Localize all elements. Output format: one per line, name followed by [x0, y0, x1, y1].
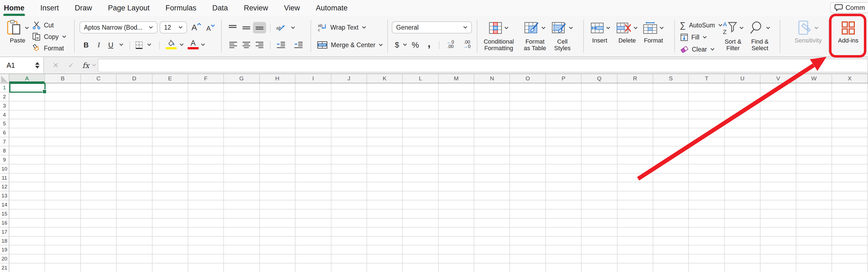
grid-cell-P9[interactable] [546, 156, 582, 165]
grid-cell-X3[interactable] [832, 101, 868, 110]
grid-cell-A8[interactable] [9, 146, 45, 156]
column-header-S[interactable]: S [653, 74, 689, 83]
grid-cell-C2[interactable] [81, 92, 117, 101]
grid-cell-X5[interactable] [832, 119, 868, 128]
grid-cell-P20[interactable] [546, 254, 582, 264]
grid-cell-H20[interactable] [260, 254, 296, 264]
add-ins-button[interactable]: Add-ins [835, 19, 862, 44]
grid-cell-E18[interactable] [153, 237, 188, 246]
grid-cell-T4[interactable] [689, 110, 724, 120]
grid-cell-D4[interactable] [117, 110, 152, 120]
grid-cell-Q13[interactable] [582, 192, 617, 200]
grid-cell-E6[interactable] [153, 128, 188, 137]
formula-input[interactable] [98, 59, 868, 72]
grid-cell-M9[interactable] [439, 156, 474, 165]
paste-button[interactable]: Paste [3, 19, 32, 44]
orientation-chevron[interactable] [291, 26, 295, 29]
grid-cell-W12[interactable] [797, 182, 832, 192]
grid-cell-T14[interactable] [689, 200, 724, 209]
font-name-select[interactable]: Aptos Narrow (Bod... [80, 22, 157, 33]
grid-cell-W21[interactable] [797, 264, 832, 272]
grid-cell-W7[interactable] [797, 137, 832, 146]
grid-cell-K18[interactable] [367, 237, 403, 246]
grid-cell-O2[interactable] [510, 92, 546, 101]
grid-cell-U18[interactable] [725, 237, 761, 246]
grid-cell-U4[interactable] [725, 110, 761, 120]
currency-chevron[interactable] [403, 43, 407, 46]
grid-cell-N5[interactable] [474, 119, 510, 128]
grid-cell-G16[interactable] [224, 218, 259, 228]
grid-cell-B19[interactable] [45, 245, 81, 254]
grid-cell-X19[interactable] [832, 245, 868, 254]
grid-cell-I10[interactable] [296, 165, 331, 174]
grid-cell-O16[interactable] [510, 218, 546, 228]
row-header-13[interactable]: 13 [0, 192, 9, 200]
grid-cell-W16[interactable] [797, 218, 832, 228]
grid-cell-L17[interactable] [403, 228, 438, 237]
grid-cell-N15[interactable] [474, 209, 510, 218]
column-header-I[interactable]: I [296, 74, 331, 83]
format-cells-button[interactable]: Format [640, 19, 666, 44]
grid-cell-D12[interactable] [117, 182, 152, 192]
grid-cell-L21[interactable] [403, 264, 438, 272]
tab-formulas[interactable]: Formulas [165, 4, 197, 12]
grid-cell-Q7[interactable] [582, 137, 617, 146]
grid-cell-L6[interactable] [403, 128, 438, 137]
grid-cell-G1[interactable] [224, 83, 259, 92]
grid-cell-R3[interactable] [618, 101, 653, 110]
grid-cell-A5[interactable] [9, 119, 45, 128]
grid-cell-W9[interactable] [797, 156, 832, 165]
grid-cell-K10[interactable] [367, 165, 403, 174]
grid-cell-N2[interactable] [474, 92, 510, 101]
grid-cell-H21[interactable] [260, 264, 296, 272]
decrease-decimal-button[interactable]: .00 →0 [460, 39, 474, 50]
grid-cell-S19[interactable] [653, 245, 689, 254]
format-painter-button[interactable]: Format [32, 44, 64, 53]
underline-chevron[interactable] [119, 43, 123, 46]
grid-cell-E3[interactable] [153, 101, 188, 110]
grid-cell-P14[interactable] [546, 200, 582, 209]
grid-cell-H10[interactable] [260, 165, 296, 174]
grid-cell-R1[interactable] [618, 83, 653, 92]
grid-cell-C20[interactable] [81, 254, 117, 264]
grid-cell-U19[interactable] [725, 245, 761, 254]
align-left-button[interactable] [227, 40, 239, 50]
column-header-C[interactable]: C [81, 74, 117, 83]
grid-cell-I15[interactable] [296, 209, 331, 218]
grid-cell-V13[interactable] [761, 192, 796, 200]
increase-indent-button[interactable] [292, 40, 305, 50]
grid-cell-L10[interactable] [403, 165, 438, 174]
grid-cell-T3[interactable] [689, 101, 724, 110]
grid-cell-H14[interactable] [260, 200, 296, 209]
grid-cell-J18[interactable] [332, 237, 367, 246]
row-header-17[interactable]: 17 [0, 228, 9, 237]
name-box-spinner[interactable] [35, 62, 39, 69]
grid-cell-X18[interactable] [832, 237, 868, 246]
grid-cell-K21[interactable] [367, 264, 403, 272]
grid-cell-M14[interactable] [439, 200, 474, 209]
grid-cell-A17[interactable] [9, 228, 45, 237]
grid-cell-Q12[interactable] [582, 182, 617, 192]
grid-cell-E2[interactable] [153, 92, 188, 101]
grid-cell-C13[interactable] [81, 192, 117, 200]
grid-cell-O19[interactable] [510, 245, 546, 254]
grid-cell-L14[interactable] [403, 200, 438, 209]
grid-cell-Q21[interactable] [582, 264, 617, 272]
grid-cell-X8[interactable] [832, 146, 868, 156]
grid-cell-H18[interactable] [260, 237, 296, 246]
row-header-2[interactable]: 2 [0, 92, 9, 101]
grid-cell-V1[interactable] [761, 83, 796, 92]
grid-cell-M16[interactable] [439, 218, 474, 228]
grid-cell-Q14[interactable] [582, 200, 617, 209]
column-header-G[interactable]: G [224, 74, 259, 83]
column-header-H[interactable]: H [260, 74, 296, 83]
grid-cell-J11[interactable] [332, 174, 367, 182]
grid-cell-E11[interactable] [153, 174, 188, 182]
grid-cell-P6[interactable] [546, 128, 582, 137]
row-header-7[interactable]: 7 [0, 137, 9, 146]
grid-cell-D15[interactable] [117, 209, 152, 218]
grid-cell-L2[interactable] [403, 92, 438, 101]
grid-cell-O3[interactable] [510, 101, 546, 110]
column-header-A[interactable]: A [9, 74, 45, 83]
grid-cell-W20[interactable] [797, 254, 832, 264]
